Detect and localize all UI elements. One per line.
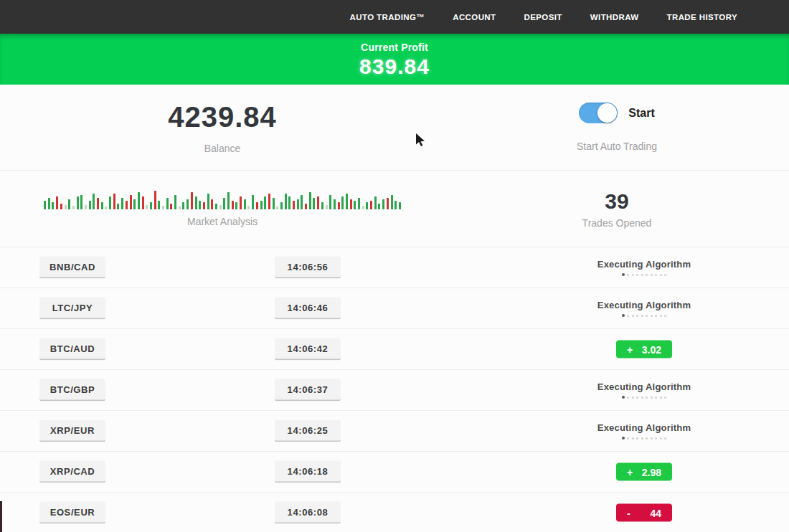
market-bar bbox=[354, 201, 356, 209]
market-bar bbox=[374, 196, 377, 209]
loader-dot bbox=[641, 315, 643, 317]
market-bar bbox=[117, 204, 119, 209]
market-bar bbox=[186, 199, 189, 209]
time-button[interactable]: 14:06:18 bbox=[275, 461, 341, 483]
loader-dots bbox=[622, 314, 667, 317]
market-bar bbox=[89, 201, 91, 209]
market-bar bbox=[293, 201, 295, 209]
trade-row: EOS/EUR14:06:08-44 bbox=[0, 493, 789, 532]
market-bar bbox=[97, 198, 99, 209]
market-bar bbox=[105, 206, 107, 209]
market-bar bbox=[101, 202, 103, 209]
nav-item-withdraw[interactable]: WITHDRAW bbox=[590, 13, 639, 22]
loss-badge: -44 bbox=[616, 504, 672, 522]
nav-item-deposit[interactable]: DEPOSIT bbox=[524, 13, 562, 22]
market-bar bbox=[109, 196, 111, 209]
loader-dot bbox=[632, 274, 634, 276]
market-bar bbox=[252, 195, 254, 209]
time-button[interactable]: 14:06:37 bbox=[275, 379, 341, 402]
time-button[interactable]: 14:06:25 bbox=[275, 420, 341, 442]
badge-amount: 2.98 bbox=[642, 466, 661, 478]
market-bar bbox=[260, 201, 263, 209]
market-bar bbox=[391, 195, 393, 209]
loader-dot bbox=[627, 396, 629, 399]
loader-dot bbox=[636, 437, 638, 440]
profit-badge: +3.02 bbox=[616, 341, 672, 358]
loader-dot bbox=[664, 437, 666, 440]
top-nav: AUTO TRADING™ACCOUNTDEPOSITWITHDRAWTRADE… bbox=[0, 0, 789, 34]
loader-dot bbox=[655, 315, 657, 317]
pair-button[interactable]: EOS/EUR bbox=[39, 502, 105, 524]
balance-label: Balance bbox=[204, 143, 241, 154]
loader-dot bbox=[636, 396, 638, 399]
pair-button[interactable]: BNB/CAD bbox=[39, 257, 105, 279]
trade-row: XRP/EUR14:06:25Executing Algorithm bbox=[0, 411, 789, 452]
market-bar bbox=[244, 199, 246, 209]
market-bar bbox=[288, 196, 290, 209]
market-bar bbox=[276, 206, 278, 209]
market-bar bbox=[179, 206, 181, 209]
market-bar bbox=[317, 196, 319, 209]
market-bar bbox=[85, 205, 87, 209]
loader-dot bbox=[660, 437, 662, 440]
market-bar bbox=[93, 194, 95, 209]
market-bar bbox=[232, 201, 234, 209]
market-bar bbox=[158, 201, 160, 209]
trade-status: Executing Algorithm bbox=[554, 259, 734, 276]
badge-sign: + bbox=[627, 466, 633, 478]
market-bar bbox=[121, 198, 123, 209]
stats-section: 4239.84 Balance Start Start Auto Trading bbox=[0, 85, 789, 170]
market-bar bbox=[256, 202, 258, 209]
market-bar bbox=[219, 205, 222, 209]
loader-dot bbox=[627, 437, 629, 440]
time-button[interactable]: 14:06:46 bbox=[275, 298, 341, 320]
loader-dot bbox=[636, 274, 638, 276]
time-button[interactable]: 14:06:42 bbox=[275, 338, 341, 361]
nav-item-trade-history[interactable]: TRADE HISTORY bbox=[667, 13, 738, 22]
loader-dot bbox=[641, 396, 643, 399]
market-bar bbox=[240, 196, 242, 209]
market-bar bbox=[150, 202, 152, 209]
time-button[interactable]: 14:06:56 bbox=[275, 257, 341, 279]
market-bar bbox=[52, 202, 54, 209]
loader-dot bbox=[651, 396, 653, 399]
market-bar bbox=[191, 192, 193, 209]
toggle-knob bbox=[597, 103, 617, 123]
trade-row: BTC/AUD14:06:42+3.02 bbox=[0, 329, 789, 370]
nav-item-account[interactable]: ACCOUNT bbox=[453, 13, 496, 22]
executing-label: Executing Algorithm bbox=[597, 422, 691, 433]
loader-dot bbox=[627, 274, 629, 276]
loader-dot bbox=[660, 396, 662, 399]
market-bar bbox=[301, 195, 303, 209]
market-bar bbox=[326, 205, 328, 209]
loader-dot bbox=[632, 396, 634, 399]
loader-dot bbox=[664, 315, 666, 317]
pair-button[interactable]: XRP/CAD bbox=[39, 461, 105, 483]
loader-dot bbox=[655, 396, 657, 399]
market-analysis-label: Market Analysis bbox=[187, 216, 258, 227]
nav-item-auto-trading[interactable]: AUTO TRADING™ bbox=[350, 13, 425, 22]
pair-button[interactable]: LTC/JPY bbox=[39, 298, 105, 320]
loader-dot bbox=[655, 437, 657, 440]
market-bar bbox=[138, 192, 140, 209]
market-bar bbox=[77, 196, 79, 209]
market-bar bbox=[207, 194, 209, 209]
time-button[interactable]: 14:06:08 bbox=[275, 502, 341, 524]
market-bar bbox=[309, 192, 311, 209]
trade-status: Executing Algorithm bbox=[554, 300, 734, 317]
market-bar bbox=[297, 199, 299, 209]
pair-button[interactable]: BTC/AUD bbox=[39, 338, 105, 361]
market-bar bbox=[211, 199, 213, 209]
pair-button[interactable]: BTC/GBP bbox=[39, 379, 105, 402]
market-bar bbox=[48, 198, 50, 209]
loader-dot bbox=[660, 315, 662, 317]
market-bar bbox=[285, 194, 287, 209]
pair-button[interactable]: XRP/EUR bbox=[39, 420, 105, 442]
market-bar bbox=[130, 195, 132, 209]
executing-label: Executing Algorithm bbox=[597, 259, 691, 270]
executing-label: Executing Algorithm bbox=[597, 300, 691, 310]
market-bar bbox=[338, 202, 340, 209]
auto-trading-toggle[interactable] bbox=[579, 103, 618, 123]
market-bar bbox=[264, 196, 266, 209]
loader-dot bbox=[646, 274, 648, 276]
